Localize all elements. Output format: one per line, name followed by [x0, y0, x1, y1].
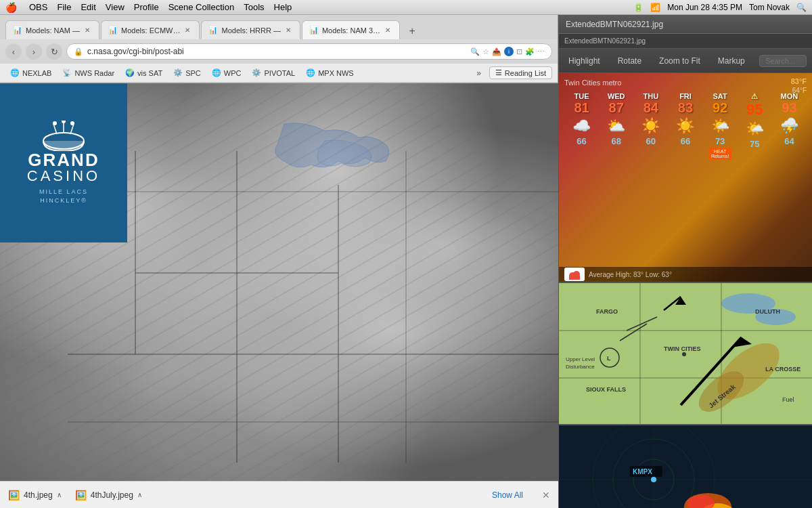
svg-text:LA CROSSE: LA CROSSE — [765, 366, 800, 373]
share-icon[interactable]: 📤 — [492, 47, 501, 56]
tab-2[interactable]: 📊 Models: ECMW… ✕ — [101, 20, 200, 39]
bookmark-wpc[interactable]: 🌐 WPC — [207, 67, 246, 79]
svg-point-14 — [70, 121, 74, 125]
search-icon[interactable]: 🔍 — [470, 47, 480, 56]
viewer-filename-text: ExtendedBMTN062921.jpg — [564, 37, 646, 45]
download-chevron-1[interactable]: ∧ — [57, 491, 62, 499]
image-panels: Twin Cities metro 83°F 64°F TUE 81 ☁️ 66 — [559, 73, 812, 508]
forecast-mon-low: 64 — [784, 136, 794, 146]
lock-icon: 🔒 — [74, 47, 83, 56]
svg-text:Upper Level: Upper Level — [566, 356, 595, 362]
back-button[interactable]: ‹ — [5, 43, 22, 60]
menu-bar-right: 🔋 📶 Mon Jun 28 4:35 PM Tom Novak 🔍 — [633, 3, 807, 12]
info-icon[interactable]: i — [504, 47, 514, 56]
tab-4-close[interactable]: ✕ — [383, 26, 392, 35]
radar-svg: KMPX KARX — [559, 425, 812, 508]
svg-text:DULUTH: DULUTH — [755, 308, 780, 315]
bookmark-pivotal[interactable]: ⚙️ PIVOTAL — [247, 67, 300, 79]
forecast-wed-icon: ⛅ — [607, 117, 625, 135]
forecast-mon: MON 93 ⛈️ 64 — [772, 89, 807, 149]
svg-text:FARGO: FARGO — [596, 308, 618, 315]
forecast-sat-high: 92 — [713, 100, 727, 116]
weather-panel: Twin Cities metro 83°F 64°F TUE 81 ☁️ 66 — [559, 73, 812, 283]
rotate-tool[interactable]: Rotate — [614, 55, 646, 67]
bookmark-star-icon[interactable]: ☆ — [482, 47, 489, 56]
weather-bottom-bar: Average High: 83° Low: 63° — [559, 267, 812, 282]
svg-text:L: L — [607, 355, 611, 362]
svg-rect-45 — [559, 425, 812, 508]
tab-2-close[interactable]: ✕ — [183, 26, 192, 35]
forward-button[interactable]: › — [26, 43, 42, 60]
bookmark-spc-icon: ⚙️ — [173, 68, 183, 77]
apple-menu[interactable]: 🍎 — [5, 2, 17, 13]
tab-3[interactable]: 📊 Models: HRRR — ✕ — [201, 20, 300, 39]
forecast-wed-low: 68 — [611, 136, 621, 146]
bookmark-nexlab-label: NEXLAB — [22, 69, 51, 77]
bookmark-vis-icon: 🌍 — [125, 68, 135, 77]
highlight-tool[interactable]: Highlight — [564, 55, 604, 67]
tab-1-close[interactable]: ✕ — [83, 26, 92, 35]
bookmark-spc[interactable]: ⚙️ SPC — [168, 67, 206, 79]
forecast-sun-low: 75 — [750, 139, 759, 149]
casino-bowl-icon — [40, 121, 87, 151]
url-field[interactable]: 🔒 c.nasa.gov/cgi-bin/post-abi 🔍 ☆ 📤 i ⊡ … — [66, 43, 552, 60]
menu-tools[interactable]: Tools — [244, 2, 264, 12]
map-background: FARGO DULUTH Upper Level Disturbance L T… — [559, 283, 812, 424]
menu-profile[interactable]: Profile — [134, 2, 159, 12]
bookmark-nexlab[interactable]: 🌐 NEXLAB — [5, 67, 56, 79]
reading-list-button[interactable]: ☰ Reading List — [489, 66, 552, 79]
weather-forecast-row: TUE 81 ☁️ 66 WED 87 ⛅ 68 — [564, 89, 807, 163]
viewer-search-input[interactable] — [759, 55, 807, 67]
bookmark-nws-icon: 📡 — [62, 68, 72, 77]
download-item-2[interactable]: 🖼️ 4thJuly.jpeg ∧ — [75, 490, 142, 501]
bookmark-mpx-nws[interactable]: 🌐 MPX NWS — [301, 67, 359, 79]
download-chevron-2[interactable]: ∧ — [137, 491, 142, 499]
url-text: c.nasa.gov/cgi-bin/post-abi — [87, 47, 466, 56]
bookmarks-more-button[interactable]: » — [472, 67, 485, 79]
tab-2-favicon: 📊 — [108, 26, 118, 35]
overflow-icon[interactable]: ⋯ — [537, 47, 545, 56]
tab-icon[interactable]: ⊡ — [516, 47, 522, 56]
forecast-fri: FRI 83 ☀️ 66 — [668, 89, 702, 149]
new-tab-button[interactable]: + — [404, 23, 420, 39]
weather-extra-temp: 83°F — [791, 77, 807, 85]
close-download-bar-button[interactable]: ✕ — [542, 490, 550, 501]
markup-tool[interactable]: Markup — [714, 55, 749, 67]
zoom-fit-tool[interactable]: Zoom to Fit — [655, 55, 704, 67]
reading-list-label: Reading List — [505, 69, 546, 77]
menu-help[interactable]: Help — [274, 2, 292, 12]
menu-bar-left: 🍎 OBS File Edit View Profile Scene Colle… — [5, 2, 292, 13]
forecast-wed-high: 87 — [609, 100, 624, 116]
menu-bar: 🍎 OBS File Edit View Profile Scene Colle… — [0, 0, 812, 15]
reload-button[interactable]: ↻ — [46, 43, 62, 60]
tab-4[interactable]: 📊 Models: NAM 3… ✕ — [302, 20, 400, 39]
forecast-wed: WED 87 ⛅ 68 — [599, 89, 633, 149]
tab-3-close[interactable]: ✕ — [284, 26, 293, 35]
extensions-icon[interactable]: 🧩 — [525, 47, 535, 56]
bookmark-nws-radar[interactable]: 📡 NWS Radar — [58, 67, 119, 79]
tab-4-title: Models: NAM 3… — [322, 26, 380, 35]
menu-edit[interactable]: Edit — [81, 2, 95, 12]
menu-obs[interactable]: OBS — [29, 2, 47, 12]
weather-logo — [564, 268, 585, 281]
tab-3-favicon: 📊 — [208, 26, 218, 35]
svg-rect-17 — [569, 276, 580, 280]
download-item-1[interactable]: 🖼️ 4th.jpeg ∧ — [8, 490, 62, 501]
forecast-sun-high: 95 — [746, 101, 763, 119]
map-panel: FARGO DULUTH Upper Level Disturbance L T… — [559, 283, 812, 425]
spotlight-icon[interactable]: 🔍 — [796, 3, 807, 12]
forecast-sat: SAT 92 🌤️ 73 HEATReturns! — [703, 89, 738, 163]
weather-content: Twin Cities metro 83°F 64°F TUE 81 ☁️ 66 — [559, 73, 812, 282]
menu-file[interactable]: File — [57, 2, 71, 12]
forecast-sat-label: SAT — [713, 92, 727, 100]
svg-point-13 — [62, 121, 66, 123]
tab-1[interactable]: 📊 Models: NAM — ✕ — [5, 20, 99, 39]
bookmark-vis-sat[interactable]: 🌍 vis SAT — [120, 67, 167, 79]
bookmark-vis-label: vis SAT — [137, 69, 162, 77]
image-viewer-title: ExtendedBMTN062921.jpg — [566, 20, 663, 29]
bookmark-mpx-icon: 🌐 — [306, 68, 315, 77]
menu-scene-collection[interactable]: Scene Collection — [168, 2, 235, 12]
weather-background: Twin Cities metro 83°F 64°F TUE 81 ☁️ 66 — [559, 73, 812, 282]
menu-view[interactable]: View — [106, 2, 125, 12]
show-all-downloads-button[interactable]: Show All — [492, 490, 523, 500]
